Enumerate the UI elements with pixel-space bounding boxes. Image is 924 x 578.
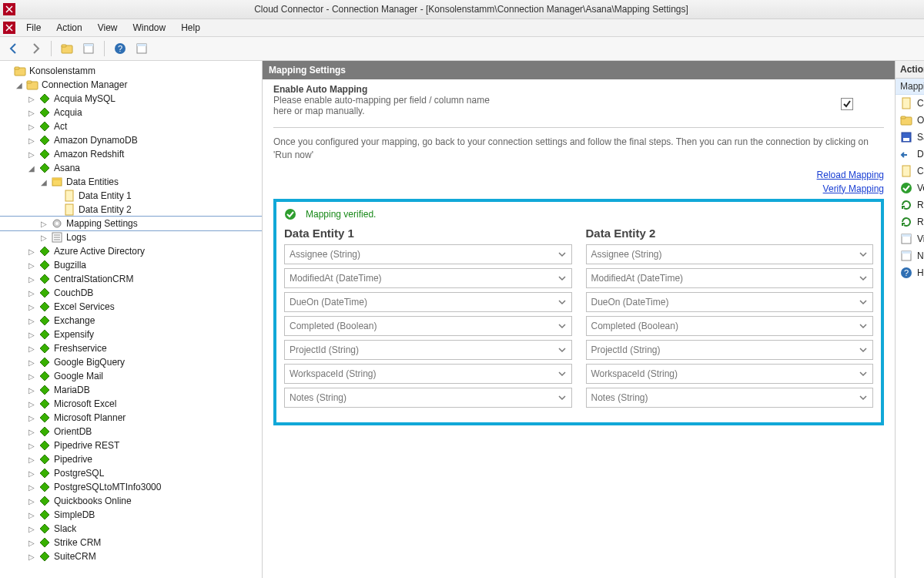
tree-connector-quickbooks-online[interactable]: ▷Quickbooks Online — [0, 494, 262, 508]
tree-connector-slack[interactable]: ▷Slack — [0, 522, 262, 536]
action-create[interactable]: Create — [896, 95, 924, 112]
help-toolbar-button[interactable] — [111, 39, 129, 58]
expander-icon[interactable]: ▷ — [26, 371, 37, 381]
tree-view[interactable]: Konsolenstamm◢Connection Manager▷Acquia … — [0, 61, 263, 578]
expander-icon[interactable]: ▷ — [26, 482, 37, 492]
field-combo-entity1[interactable]: WorkspaceId (String) — [284, 364, 572, 384]
tree-connector-acquia[interactable]: ▷Acquia — [0, 106, 262, 119]
field-combo-entity2[interactable]: ModifiedAt (DateTime) — [586, 268, 874, 288]
auto-mapping-checkbox[interactable] — [841, 98, 853, 110]
action-view[interactable]: View — [896, 230, 924, 247]
tree-connector-act[interactable]: ▷Act — [0, 119, 262, 133]
expander-icon[interactable]: ▷ — [26, 454, 37, 465]
tree-connector-microsoft-planner[interactable]: ▷Microsoft Planner — [0, 411, 262, 425]
tree-connector-acquia-mysql[interactable]: ▷Acquia MySQL — [0, 92, 262, 106]
tree-connector-postgresqltomtinfo3000[interactable]: ▷PostgreSQLtoMTInfo3000 — [0, 480, 262, 494]
tree-connector-suitecrm[interactable]: ▷SuiteCRM — [0, 549, 262, 563]
expander-icon[interactable]: ▷ — [38, 232, 49, 243]
action-run-now[interactable]: Run Now — [896, 213, 924, 230]
action-reload[interactable]: Reload — [896, 197, 924, 213]
menu-file[interactable]: File — [18, 21, 49, 35]
expander-icon[interactable]: ▷ — [38, 218, 49, 229]
field-combo-entity1[interactable]: Completed (Boolean) — [284, 316, 572, 336]
expander-icon[interactable]: ▷ — [26, 343, 37, 354]
menu-action[interactable]: Action — [49, 21, 89, 35]
menu-view[interactable]: View — [90, 21, 126, 35]
expander-icon[interactable]: ▷ — [26, 537, 37, 548]
action-save[interactable]: Save — [896, 129, 924, 146]
expander-icon[interactable]: ▷ — [26, 135, 37, 146]
tree-connector-couchdb[interactable]: ▷CouchDB — [0, 286, 262, 300]
expander-icon[interactable]: ◢ — [14, 79, 25, 90]
tree-mapping-settings[interactable]: ▷Mapping Settings — [0, 217, 262, 230]
reload-mapping-link[interactable]: Reload Mapping — [273, 168, 884, 182]
menu-window[interactable]: Window — [126, 21, 174, 35]
expander-icon[interactable]: ▷ — [26, 287, 37, 298]
tree-connector-pipedrive-rest[interactable]: ▷Pipedrive REST — [0, 439, 262, 452]
tree-data-entity-2[interactable]: Data Entity 2 — [0, 203, 262, 217]
expander-icon[interactable]: ▷ — [26, 93, 37, 104]
expander-icon[interactable]: ▷ — [26, 440, 37, 451]
expander-icon[interactable]: ▷ — [26, 551, 37, 562]
field-combo-entity2[interactable]: ProjectId (String) — [586, 340, 874, 360]
tree-connector-asana[interactable]: ◢Asana — [0, 161, 262, 175]
expander-icon[interactable] — [51, 204, 62, 215]
action-help[interactable]: Help — [896, 264, 924, 281]
field-combo-entity1[interactable]: ProjectId (String) — [284, 340, 572, 360]
expander-icon[interactable]: ◢ — [26, 163, 37, 173]
field-combo-entity2[interactable]: Completed (Boolean) — [586, 316, 874, 336]
tree-connector-exchange[interactable]: ▷Exchange — [0, 314, 262, 328]
tree-connector-simpledb[interactable]: ▷SimpleDB — [0, 508, 262, 522]
menu-help[interactable]: Help — [173, 21, 208, 35]
field-combo-entity1[interactable]: Notes (String) — [284, 388, 572, 408]
expander-icon[interactable]: ▷ — [26, 523, 37, 534]
tree-connector-amazon-redshift[interactable]: ▷Amazon Redshift — [0, 147, 262, 161]
tree-connector-strike-crm[interactable]: ▷Strike CRM — [0, 536, 262, 549]
tree-connector-freshservice[interactable]: ▷Freshservice — [0, 341, 262, 355]
expander-icon[interactable]: ▷ — [26, 274, 37, 284]
tree-connector-pipedrive[interactable]: ▷Pipedrive — [0, 452, 262, 466]
verify-mapping-link[interactable]: Verify Mapping — [273, 182, 884, 196]
field-combo-entity2[interactable]: WorkspaceId (String) — [586, 364, 874, 384]
tree-connector-postgresql[interactable]: ▷PostgreSQL — [0, 466, 262, 480]
action-new-window[interactable]: New Window — [896, 247, 924, 264]
expander-icon[interactable]: ▷ — [26, 496, 37, 506]
expander-icon[interactable]: ▷ — [26, 149, 37, 160]
field-combo-entity1[interactable]: Assignee (String) — [284, 244, 572, 264]
action-verify[interactable]: Verify — [896, 180, 924, 197]
expander-icon[interactable] — [2, 66, 12, 76]
expander-icon[interactable]: ▷ — [26, 260, 37, 271]
tree-connector-google-bigquery[interactable]: ▷Google BigQuery — [0, 355, 262, 369]
field-combo-entity1[interactable]: DueOn (DateTime) — [284, 292, 572, 312]
expander-icon[interactable]: ▷ — [26, 398, 37, 409]
field-combo-entity2[interactable]: Notes (String) — [586, 388, 874, 408]
tree-connector-mariadb[interactable]: ▷MariaDB — [0, 383, 262, 397]
field-combo-entity1[interactable]: ModifiedAt (DateTime) — [284, 268, 572, 288]
tree-root[interactable]: Konsolenstamm — [0, 64, 262, 78]
tree-connector-google-mail[interactable]: ▷Google Mail — [0, 369, 262, 383]
expander-icon[interactable]: ▷ — [26, 509, 37, 520]
expander-icon[interactable]: ▷ — [26, 329, 37, 340]
tree-connection-manager[interactable]: ◢Connection Manager — [0, 78, 262, 92]
expander-icon[interactable]: ▷ — [26, 246, 37, 257]
action-open[interactable]: Open — [896, 112, 924, 129]
tree-data-entity-1[interactable]: Data Entity 1 — [0, 189, 262, 203]
up-button[interactable] — [58, 39, 76, 58]
expander-icon[interactable]: ▷ — [26, 426, 37, 437]
tree-data-entities[interactable]: ◢Data Entities — [0, 175, 262, 189]
show-hide-tree-button[interactable] — [79, 39, 98, 58]
tree-connector-amazon-dynamodb[interactable]: ▷Amazon DynamoDB — [0, 133, 262, 147]
tree-connector-azure-active-directory[interactable]: ▷Azure Active Directory — [0, 244, 262, 258]
action-discard[interactable]: Discard — [896, 146, 924, 163]
expander-icon[interactable]: ▷ — [26, 107, 37, 118]
tree-connector-expensify[interactable]: ▷Expensify — [0, 328, 262, 341]
tree-connector-microsoft-excel[interactable]: ▷Microsoft Excel — [0, 397, 262, 411]
tree-connector-excel-services[interactable]: ▷Excel Services — [0, 300, 262, 314]
properties-button[interactable] — [132, 39, 151, 58]
expander-icon[interactable]: ▷ — [26, 412, 37, 423]
expander-icon[interactable]: ▷ — [26, 468, 37, 479]
back-button[interactable] — [5, 39, 23, 58]
expander-icon[interactable]: ▷ — [26, 315, 37, 326]
tree-connector-centralstationcrm[interactable]: ▷CentralStationCRM — [0, 272, 262, 286]
tree-connector-orientdb[interactable]: ▷OrientDB — [0, 425, 262, 439]
